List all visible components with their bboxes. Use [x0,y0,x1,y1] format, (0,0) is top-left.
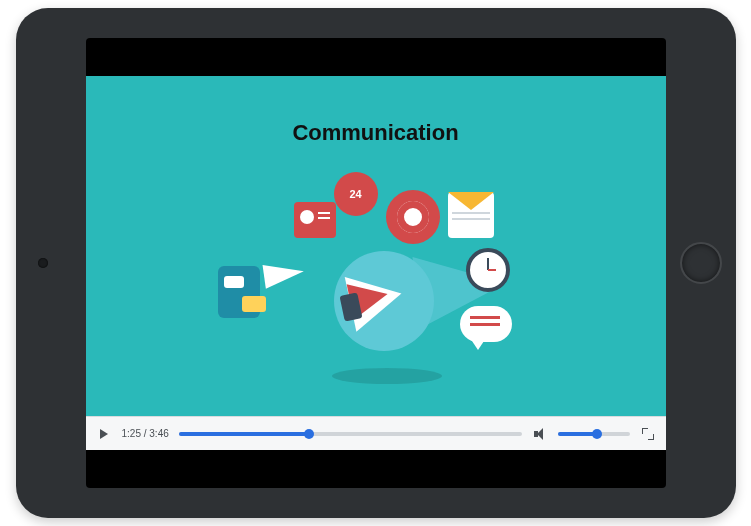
chat-app-icon [218,266,260,318]
tablet-camera [38,258,48,268]
speech-bubble-icon [460,306,512,342]
mute-button[interactable] [532,426,548,442]
illustration-cluster [216,166,536,396]
fullscreen-icon [642,428,654,440]
video-controls: 1:25 / 3:46 [86,416,666,450]
home-button[interactable] [680,242,722,284]
playback-time: 1:25 / 3:46 [122,428,169,439]
current-time: 1:25 [122,428,141,439]
envelope-icon [448,192,494,238]
phone-24-icon [334,172,378,216]
seek-thumb[interactable] [304,429,314,439]
illustration-shadow [332,368,442,384]
play-button[interactable] [96,426,112,442]
video-content[interactable]: Communication [86,76,666,416]
speaker-icon [534,428,546,440]
play-icon [100,429,108,439]
target-icon [386,190,440,244]
paper-plane-icon [262,259,305,288]
duration: 3:46 [149,428,168,439]
seek-fill [179,432,309,436]
seek-bar[interactable] [179,432,522,436]
volume-thumb[interactable] [592,429,602,439]
video-title: Communication [86,120,666,146]
id-card-icon [294,202,336,238]
volume-bar[interactable] [558,432,630,436]
tablet-frame: Communication [16,8,736,518]
fullscreen-button[interactable] [640,426,656,442]
screen-bezel: Communication [86,38,666,488]
stopwatch-icon [466,248,510,292]
